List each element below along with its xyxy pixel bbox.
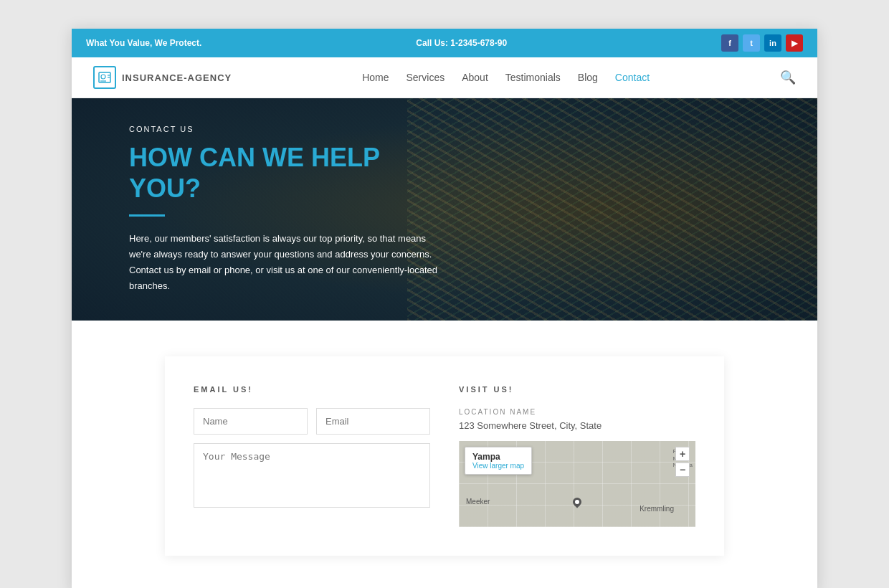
visit-section-title: VISIT US! <box>459 385 695 394</box>
nav-home[interactable]: Home <box>362 72 389 83</box>
top-bar: What You Value, We Protect. Call Us: 1-2… <box>72 29 817 57</box>
nav-services[interactable]: Services <box>407 72 445 83</box>
hero-divider <box>129 214 165 217</box>
search-icon[interactable]: 🔍 <box>780 70 796 85</box>
map-pin <box>573 498 581 509</box>
map-label-kremming: Kremmling <box>640 505 674 513</box>
name-email-row <box>194 408 430 435</box>
logo-icon <box>93 66 116 89</box>
phone: Call Us: 1-2345-678-90 <box>416 38 507 48</box>
nav-bar: INSURANCE-AGENCY Home Services About Tes… <box>72 57 817 98</box>
nav-contact[interactable]: Contact <box>615 72 650 83</box>
logo[interactable]: INSURANCE-AGENCY <box>93 66 232 89</box>
map-container[interactable]: Yampa View larger map Yampa Kremmling Me… <box>459 441 695 527</box>
browser-window: What You Value, We Protect. Call Us: 1-2… <box>72 29 817 588</box>
visit-section: VISIT US! LOCATION NAME 123 Somewhere St… <box>459 385 695 527</box>
social-icons: f t in ▶ <box>721 34 803 52</box>
email-input[interactable] <box>316 408 430 435</box>
tagline: What You Value, We Protect. <box>86 38 201 48</box>
zoom-in-button[interactable]: + <box>675 447 690 461</box>
hero-label: CONTACT US <box>129 125 444 133</box>
nav-blog[interactable]: Blog <box>578 72 598 83</box>
youtube-icon[interactable]: ▶ <box>786 34 803 52</box>
hero-title: HOW CAN WE HELP YOU? <box>129 142 444 204</box>
nav-links: Home Services About Testimonials Blog Co… <box>362 72 650 83</box>
zoom-out-button[interactable]: − <box>675 463 690 477</box>
name-input[interactable] <box>194 408 308 435</box>
map-label-meeker: Meeker <box>466 498 490 506</box>
location-label: LOCATION NAME <box>459 408 695 416</box>
map-popup-link[interactable]: View larger map <box>472 462 524 470</box>
map-inner: Yampa View larger map Yampa Kremmling Me… <box>459 441 695 527</box>
nav-testimonials[interactable]: Testimonials <box>505 72 561 83</box>
email-section-title: EMAIL US! <box>194 385 430 394</box>
email-section: EMAIL US! <box>194 385 430 527</box>
message-textarea[interactable] <box>194 443 430 508</box>
map-popup-title: Yampa <box>472 452 524 462</box>
facebook-icon[interactable]: f <box>721 34 738 52</box>
hero-body: Here, our members' satisfaction is alway… <box>129 231 444 294</box>
map-popup: Yampa View larger map <box>465 447 532 475</box>
twitter-icon[interactable]: t <box>743 34 760 52</box>
content-inner: EMAIL US! VISIT US! LOCATION NAME 123 So… <box>165 356 724 556</box>
hero-section: CONTACT US HOW CAN WE HELP YOU? Here, ou… <box>72 98 817 321</box>
location-address: 123 Somewhere Street, City, State <box>459 420 695 431</box>
svg-point-1 <box>101 75 105 79</box>
hero-content: CONTACT US HOW CAN WE HELP YOU? Here, ou… <box>72 98 502 321</box>
logo-text: INSURANCE-AGENCY <box>122 72 232 83</box>
linkedin-icon[interactable]: in <box>764 34 781 52</box>
nav-about[interactable]: About <box>462 72 488 83</box>
content-section: EMAIL US! VISIT US! LOCATION NAME 123 So… <box>72 321 817 588</box>
map-zoom-controls: + − <box>675 447 690 477</box>
